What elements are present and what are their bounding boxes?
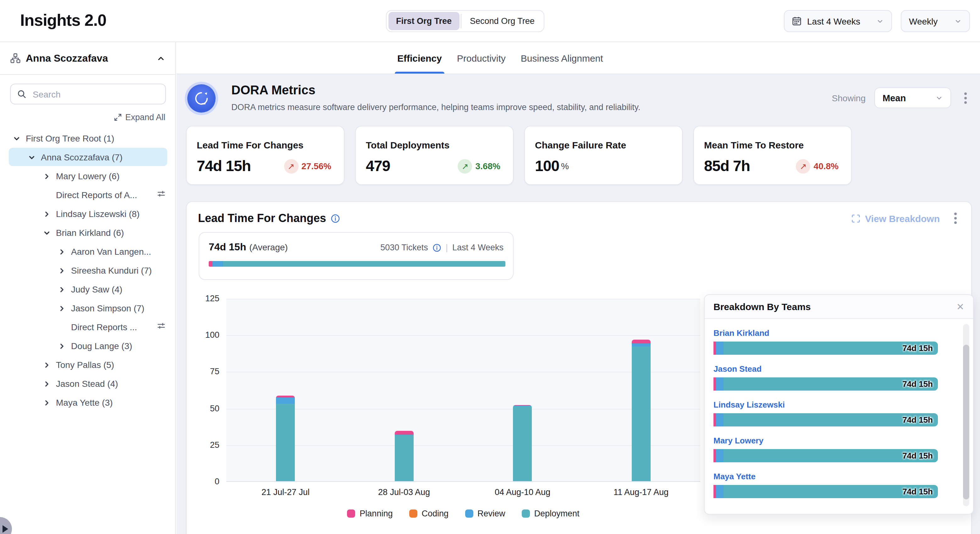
tree-item[interactable]: Lindsay Liszewski (8) bbox=[0, 204, 176, 223]
org-tree: First Org Tree Root (1)Anna Scozzafava (… bbox=[0, 129, 176, 412]
tree-item[interactable]: Sireesha Kunduri (7) bbox=[0, 261, 176, 280]
trend-up-arrow-icon: ↗ bbox=[796, 159, 811, 173]
showing-select[interactable]: Mean bbox=[874, 88, 951, 108]
metric-card-value: 74d 15h bbox=[197, 157, 251, 175]
dora-header: DORA Metrics DORA metrics measure softwa… bbox=[186, 82, 971, 121]
filter-sliders-icon[interactable] bbox=[156, 321, 166, 333]
chevron-right-icon[interactable] bbox=[57, 341, 67, 351]
scrollbar-thumb[interactable] bbox=[963, 345, 969, 499]
expand-all-button[interactable]: Expand All bbox=[114, 113, 165, 122]
tree-item[interactable]: Tony Pallas (5) bbox=[0, 355, 176, 374]
team-name-link[interactable]: Lindsay Liszewski bbox=[713, 400, 964, 410]
breakdown-title: Breakdown By Teams bbox=[713, 301, 811, 312]
metric-card-unit: % bbox=[561, 161, 569, 171]
stacked-bar[interactable] bbox=[513, 405, 532, 481]
metric-cards-row: Lead Time For Changes74d 15h↗27.56%Total… bbox=[186, 126, 852, 185]
tree-item[interactable]: Judy Saw (4) bbox=[0, 280, 176, 299]
chevron-right-icon[interactable] bbox=[41, 171, 51, 181]
tab-productivity[interactable]: Productivity bbox=[457, 42, 506, 73]
sidebar-collapse-handle[interactable] bbox=[0, 517, 12, 534]
info-icon[interactable] bbox=[433, 243, 441, 252]
metric-card-value: 479 bbox=[366, 157, 390, 175]
team-stacked-bar[interactable]: 74d 15h bbox=[713, 485, 938, 498]
tree-item-label: First Org Tree Root (1) bbox=[26, 133, 115, 143]
chevron-down-icon bbox=[935, 94, 943, 102]
view-breakdown-label: View Breakdown bbox=[865, 213, 940, 223]
breakdown-by-teams-panel: Breakdown By Teams ✕ Brian Kirkland74d 1… bbox=[704, 294, 974, 515]
y-axis-tick-label: 125 bbox=[191, 294, 220, 303]
team-name-link[interactable]: Brian Kirkland bbox=[713, 328, 964, 338]
tree-item[interactable]: Anna Scozzafava (7) bbox=[0, 148, 176, 167]
bar-segment-planning bbox=[395, 430, 414, 434]
team-stacked-bar[interactable]: 74d 15h bbox=[713, 449, 938, 462]
tree-item-label: Sireesha Kunduri (7) bbox=[71, 265, 152, 276]
team-bar-value: 74d 15h bbox=[902, 378, 933, 391]
tree-item[interactable]: Aaron Van Langen... bbox=[0, 242, 176, 261]
team-stacked-bar[interactable]: 74d 15h bbox=[713, 341, 938, 355]
close-icon[interactable]: ✕ bbox=[956, 302, 964, 311]
metric-card: Total Deployments479↗3.68% bbox=[355, 126, 514, 185]
org-chart-icon bbox=[10, 53, 21, 64]
tree-item[interactable]: Jason Simpson (7) bbox=[0, 299, 176, 318]
team-name-link[interactable]: Maya Yette bbox=[713, 472, 964, 481]
info-icon[interactable] bbox=[330, 214, 340, 223]
chevron-right-icon[interactable] bbox=[57, 303, 67, 313]
team-stacked-bar[interactable]: 74d 15h bbox=[713, 413, 938, 426]
scrollbar-track[interactable] bbox=[963, 324, 969, 506]
date-range-select[interactable]: Last 4 Weeks bbox=[784, 10, 892, 32]
toggle-second-org-tree[interactable]: Second Org Tree bbox=[462, 12, 542, 30]
tree-item[interactable]: Direct Reports ... bbox=[0, 318, 176, 336]
search-input[interactable] bbox=[32, 88, 159, 100]
stacked-bar[interactable] bbox=[395, 430, 414, 481]
chart-plot-area bbox=[226, 299, 700, 482]
team-stacked-bar[interactable]: 74d 15h bbox=[713, 378, 938, 391]
dora-kebab-menu[interactable] bbox=[960, 91, 971, 105]
metric-card-value: 85d 7h bbox=[704, 157, 750, 175]
tree-item[interactable]: Mary Lowery (6) bbox=[0, 167, 176, 185]
chevron-down-icon[interactable] bbox=[11, 133, 21, 143]
tree-item[interactable]: First Org Tree Root (1) bbox=[0, 129, 176, 148]
legend-label: Coding bbox=[422, 509, 449, 518]
team-bar-segment-planning bbox=[713, 485, 716, 498]
lead-time-kebab-menu[interactable] bbox=[950, 211, 961, 225]
chevron-right-icon[interactable] bbox=[41, 397, 51, 408]
filter-sliders-icon[interactable] bbox=[156, 189, 166, 201]
y-axis-tick-label: 100 bbox=[191, 330, 220, 340]
toggle-first-org-tree[interactable]: First Org Tree bbox=[388, 12, 459, 30]
stacked-bar[interactable] bbox=[276, 395, 295, 481]
chevron-right-icon[interactable] bbox=[41, 379, 51, 389]
view-breakdown-button[interactable]: View Breakdown bbox=[851, 213, 940, 223]
summary-segment-planning bbox=[209, 261, 212, 267]
dora-icon bbox=[187, 84, 216, 113]
x-axis-category-label: 28 Jul-03 Aug bbox=[345, 488, 463, 497]
team-name-link[interactable]: Mary Lowery bbox=[713, 436, 964, 445]
legend-label: Deployment bbox=[534, 509, 579, 518]
bar-segment-review bbox=[276, 397, 295, 404]
sidebar-header[interactable]: Anna Scozzafava bbox=[0, 42, 175, 75]
tree-item-label: Judy Saw (4) bbox=[71, 284, 122, 294]
tree-item[interactable]: Doug Lange (3) bbox=[0, 336, 176, 355]
team-bar-segment-planning bbox=[713, 413, 716, 426]
chevron-right-icon[interactable] bbox=[41, 209, 51, 219]
chevron-down-icon[interactable] bbox=[41, 228, 51, 238]
tree-item[interactable]: Jason Stead (4) bbox=[0, 374, 176, 393]
metric-card: Lead Time For Changes74d 15h↗27.56% bbox=[186, 126, 344, 185]
content-area: DORA Metrics DORA metrics measure softwa… bbox=[177, 74, 980, 534]
team-bar-segment-planning bbox=[713, 341, 716, 355]
chevron-right-icon[interactable] bbox=[57, 284, 67, 294]
granularity-select[interactable]: Weekly bbox=[901, 10, 970, 32]
chevron-right-icon[interactable] bbox=[57, 247, 67, 257]
team-name-link[interactable]: Jason Stead bbox=[713, 364, 964, 374]
chevron-right-icon[interactable] bbox=[57, 265, 67, 276]
metric-card: Mean Time To Restore85d 7h↗40.8% bbox=[694, 126, 852, 185]
tree-item[interactable]: Direct Reports of A... bbox=[0, 185, 176, 204]
tab-efficiency[interactable]: Efficiency bbox=[397, 42, 442, 73]
tree-item[interactable]: Maya Yette (3) bbox=[0, 393, 176, 412]
stacked-bar[interactable] bbox=[632, 340, 651, 481]
chevron-right-icon[interactable] bbox=[41, 360, 51, 370]
tree-item[interactable]: Brian Kirkland (6) bbox=[0, 223, 176, 242]
chevron-up-icon[interactable] bbox=[156, 54, 165, 62]
chevron-down-icon[interactable] bbox=[26, 152, 37, 162]
tab-business-alignment[interactable]: Business Alignment bbox=[521, 42, 603, 73]
team-row: Lindsay Liszewski74d 15h bbox=[713, 400, 964, 426]
